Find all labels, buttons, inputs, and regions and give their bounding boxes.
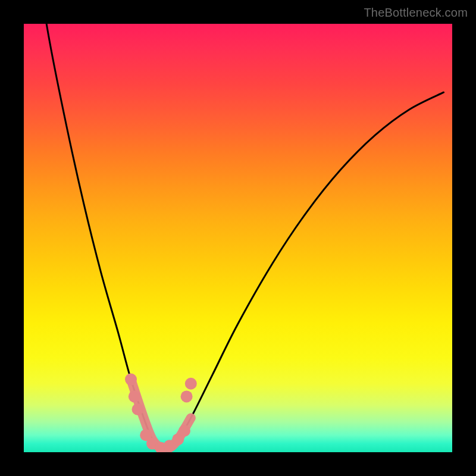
plot-area <box>24 24 452 452</box>
data-marker <box>129 390 140 402</box>
data-marker <box>178 425 190 437</box>
data-marker <box>181 390 193 402</box>
bottleneck-curve <box>32 24 443 449</box>
curve-layer <box>24 24 452 452</box>
chart-frame: TheBottleneck.com <box>0 0 476 476</box>
data-marker <box>132 403 144 415</box>
data-marker <box>125 374 137 386</box>
watermark-text: TheBottleneck.com <box>364 6 468 20</box>
data-marker <box>185 378 197 390</box>
